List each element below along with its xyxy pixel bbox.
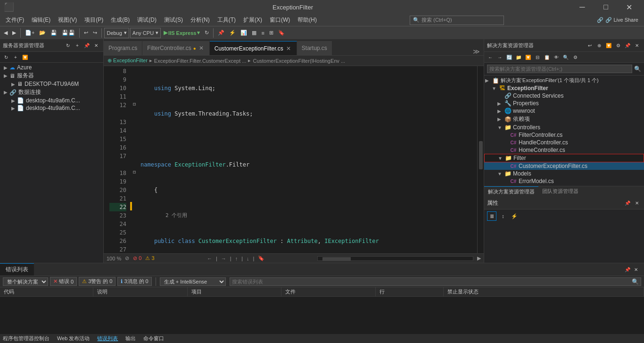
se-preview-btn[interactable]: 👁 <box>552 53 561 61</box>
se-collapse-btn[interactable]: ⊟ <box>533 53 542 61</box>
sol-errormodel[interactable]: C# ErrorModel.cs <box>484 177 644 185</box>
scrollbar-thumb[interactable] <box>479 141 483 169</box>
btm-tab-errors[interactable]: 错误列表 <box>0 263 34 276</box>
se-panel-btn-3[interactable]: 🔽 <box>604 41 613 50</box>
tree-item-data[interactable]: ▶ 🔗 数据连接 <box>0 88 103 97</box>
pm-tab-errorlist2[interactable]: 错误列表 <box>97 335 118 342</box>
se-back-btn[interactable]: ← <box>486 53 495 61</box>
tree-item-db2[interactable]: ▶ 📄 desktop-4tu9a6m.C... <box>0 104 103 112</box>
sol-project[interactable]: ▼ 🏗 ExceptionFilter <box>484 84 644 92</box>
sol-solution-root[interactable]: ▶ 📋 解决方案'ExceptionFilter'(1 个项目/共 1 个) <box>484 76 644 84</box>
breadcrumb-member[interactable]: CustomerExceptionFilter(IHostingEnv ... <box>253 58 345 64</box>
info-count-badge[interactable]: ℹ 3消息 的 0 <box>117 277 151 286</box>
col-desc[interactable]: 说明 <box>93 287 187 297</box>
editor-scrollbar[interactable] <box>477 66 484 253</box>
sol-wwwroot[interactable]: ▶ 🌐 wwwroot <box>484 107 644 115</box>
menu-test[interactable]: 测试(S) <box>160 15 187 25</box>
maximize-button[interactable]: □ <box>595 0 617 14</box>
menu-project[interactable]: 项目(P) <box>81 15 107 25</box>
se-forward-btn[interactable]: → <box>495 53 504 61</box>
save-button[interactable]: 💾 <box>49 29 59 37</box>
tab-program[interactable]: Program.cs <box>104 41 142 55</box>
se-panel-btn-4[interactable]: ⚙ <box>614 41 622 50</box>
tree-item-server[interactable]: ▶ 🖥 服务器 <box>0 71 103 80</box>
tab-startup[interactable]: Startup.cs <box>297 41 332 55</box>
se-props-btn[interactable]: 📋 <box>543 53 551 61</box>
sol-dependencies[interactable]: ▶ 📦 依赖项 <box>484 115 644 124</box>
add-connection-button[interactable]: + <box>73 41 82 50</box>
tab-close-button[interactable]: ✕ <box>198 45 205 51</box>
tree-item-db1[interactable]: ▶ 📄 desktop-4tu9a6m.C... <box>0 97 103 104</box>
build-dropdown[interactable]: 生成 + IntelliSense <box>160 277 226 286</box>
redo-button[interactable]: ↪ <box>91 29 99 37</box>
sol-controllers[interactable]: ▼ 📁 Controllers <box>484 124 644 131</box>
menu-help[interactable]: 帮助(H) <box>294 15 321 25</box>
menu-debug[interactable]: 调试(D) <box>133 15 160 25</box>
col-project[interactable]: 项目 <box>187 287 281 297</box>
forward-button[interactable]: ▶ <box>10 29 18 37</box>
sol-connected-services[interactable]: 🔗 Connected Services <box>484 92 644 100</box>
sol-homecontroller[interactable]: C# HomeController.cs <box>484 146 644 154</box>
tab-close-button[interactable]: ✕ <box>285 45 292 52</box>
close-server-explorer[interactable]: ✕ <box>92 41 100 50</box>
breadcrumb-dropdown[interactable]: ⊕ ExceptionFilter <box>107 58 148 64</box>
nav-down[interactable]: ↓ <box>247 256 249 261</box>
refresh-button[interactable]: ↻ <box>203 29 211 37</box>
save-all-button[interactable]: 💾💾 <box>60 29 77 37</box>
se-add-btn[interactable]: + <box>11 53 20 61</box>
pin-server-explorer[interactable]: 📌 <box>83 41 91 50</box>
solution-search-input[interactable] <box>487 65 632 73</box>
margin-collapse[interactable]: ⊟ <box>130 100 139 109</box>
error-search[interactable]: 🔍 <box>230 277 641 286</box>
code-editor[interactable]: 8 9 10 11 12 - 13 14 15 16 17 - <box>104 66 484 253</box>
col-suppress[interactable]: 禁止显示状态 <box>443 287 644 297</box>
open-button[interactable]: 📂 <box>37 29 48 37</box>
margin-collapse2[interactable]: ⊟ <box>130 168 139 176</box>
sol-customerexceptionfilter[interactable]: C# CustomerExceptionFilter.cs <box>484 162 644 170</box>
rpanel-tab-solution[interactable]: 解决方案资源管理器 <box>484 186 538 197</box>
breadcrumb-namespace[interactable]: ExceptionFilter.Filter.CustomerExcept ..… <box>154 58 247 64</box>
refresh-server-explorer[interactable]: ↻ <box>64 41 72 50</box>
btm-pin[interactable]: 📌 <box>623 265 632 274</box>
code-text[interactable]: using System.Linq; using System.Threadin… <box>139 66 477 253</box>
col-line[interactable]: 行 <box>376 287 443 297</box>
search-icon[interactable]: 🔍 <box>634 66 641 72</box>
menu-window[interactable]: 窗口(W) <box>266 15 294 25</box>
col-file[interactable]: 文件 <box>281 287 376 297</box>
toolbar-btn-11[interactable]: 🔖 <box>276 29 287 37</box>
pm-tab-cmd[interactable]: 命令窗口 <box>143 335 164 342</box>
menu-extensions[interactable]: 扩展(X) <box>239 15 266 25</box>
props-close[interactable]: ✕ <box>633 199 641 207</box>
error-count-badge[interactable]: ✕ 错误 0 <box>50 277 77 286</box>
new-project-button[interactable]: 📄+ <box>23 29 36 37</box>
debug-dropdown[interactable]: Debug ▾ <box>104 28 129 38</box>
hscroll-thumb[interactable] <box>322 257 351 261</box>
prop-events[interactable]: ⚡ <box>510 211 519 221</box>
se-filter-btn[interactable]: 🔽 <box>21 53 29 61</box>
se-panel-close[interactable]: ✕ <box>633 41 641 50</box>
minimize-button[interactable]: ─ <box>571 0 593 14</box>
menu-build[interactable]: 生成(B) <box>107 15 133 25</box>
toolbar-btn-9[interactable]: ≡ <box>259 29 266 37</box>
tree-item-azure[interactable]: ▶ ☁ Azure <box>0 64 103 71</box>
error-search-input[interactable] <box>232 279 632 284</box>
menu-view[interactable]: 视图(V) <box>54 15 81 25</box>
se-panel-btn-2[interactable]: ⊕ <box>595 41 603 50</box>
error-scope-dropdown[interactable]: 整个解决方案 <box>3 277 48 286</box>
toolbar-btn-8[interactable]: ▦ <box>250 29 258 37</box>
rpanel-tab-team[interactable]: 团队资源管理器 <box>538 186 582 197</box>
search-bar[interactable]: 🔍 搜索 (Ctrl+Q) <box>410 16 504 25</box>
se-panel-btn-1[interactable]: ↩ <box>586 41 594 50</box>
toolbar-btn-6[interactable]: ⚡ <box>227 29 238 37</box>
btm-close[interactable]: ✕ <box>632 265 640 274</box>
scroll-right[interactable]: ▶ <box>477 255 481 261</box>
sol-filtercontroller[interactable]: C# FilterController.cs <box>484 131 644 139</box>
se-panel-pin[interactable]: 📌 <box>623 41 632 50</box>
nav-back[interactable]: ← <box>207 256 212 261</box>
menu-file[interactable]: 文件(F) <box>2 15 28 25</box>
undo-button[interactable]: ↩ <box>82 29 90 37</box>
platform-dropdown[interactable]: Any CPU ▾ <box>130 28 161 38</box>
se-sync-btn[interactable]: 🔄 <box>505 53 513 61</box>
se-gear-btn[interactable]: ⚙ <box>571 53 579 61</box>
sol-models[interactable]: ▼ 📁 Models <box>484 170 644 177</box>
